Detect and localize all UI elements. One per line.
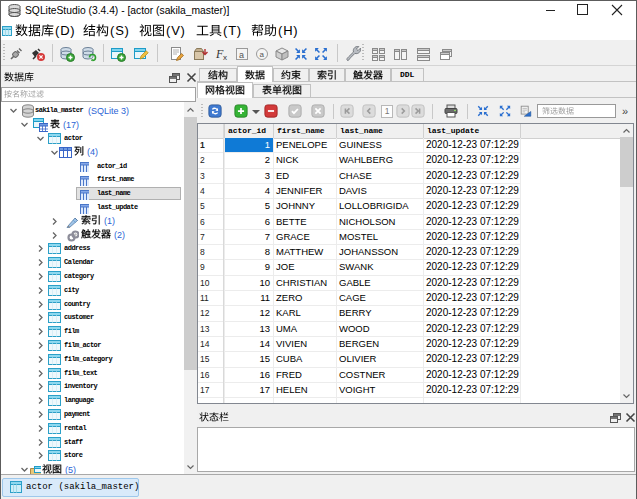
svg-text:a: a [260, 50, 265, 59]
svg-text:a: a [239, 50, 244, 60]
svg-text:x: x [223, 53, 227, 62]
